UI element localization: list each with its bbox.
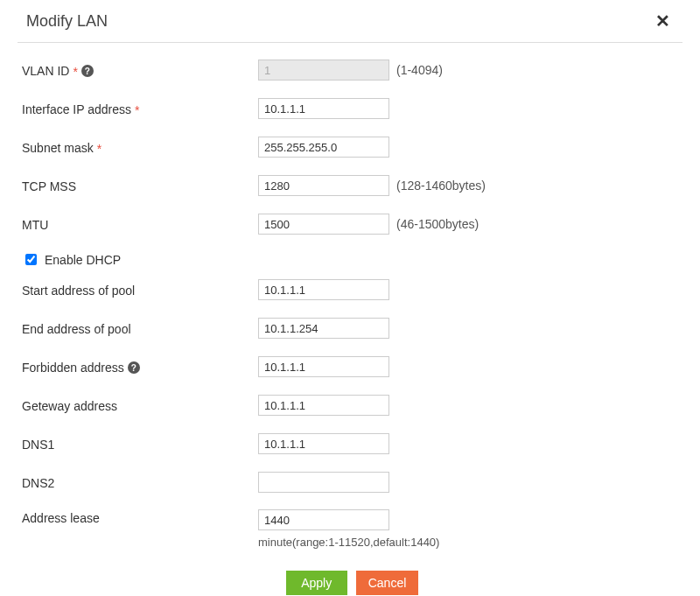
dialog-footer: Apply Cancel bbox=[22, 571, 682, 595]
start-pool-input[interactable] bbox=[258, 279, 389, 300]
label-subnet-mask: Subnet mask * bbox=[22, 139, 258, 155]
forbidden-input[interactable] bbox=[258, 356, 389, 377]
tcp-mss-input[interactable] bbox=[258, 175, 389, 196]
label-text: Interface IP address bbox=[22, 102, 131, 116]
row-gateway: Geteway address bbox=[22, 394, 682, 417]
dialog-header: Modify LAN ✕ bbox=[18, 0, 682, 43]
label-interface-ip: Interface IP address * bbox=[22, 101, 258, 116]
label-start-pool: Start address of pool bbox=[22, 282, 258, 298]
label-enable-dhcp: Enable DHCP bbox=[45, 253, 121, 267]
label-dns2: DNS2 bbox=[22, 474, 258, 490]
row-subnet-mask: Subnet mask * bbox=[22, 136, 682, 158]
label-gateway: Geteway address bbox=[22, 397, 258, 413]
interface-ip-input[interactable] bbox=[258, 98, 389, 119]
label-end-pool: End address of pool bbox=[22, 320, 258, 336]
label-text: VLAN ID bbox=[22, 64, 69, 78]
row-vlan-id: VLAN ID * ? (1-4094) bbox=[22, 59, 682, 81]
row-forbidden: Forbidden address ? bbox=[22, 355, 682, 378]
required-marker: * bbox=[73, 65, 77, 79]
hint-mtu: (46-1500bytes) bbox=[389, 217, 479, 231]
label-lease: Address lease bbox=[22, 509, 258, 525]
required-marker: * bbox=[135, 103, 139, 117]
label-forbidden: Forbidden address ? bbox=[22, 359, 258, 375]
cancel-button[interactable]: Cancel bbox=[356, 571, 419, 595]
label-mtu: MTU bbox=[22, 216, 258, 232]
apply-button[interactable]: Apply bbox=[286, 571, 347, 595]
label-tcp-mss: TCP MSS bbox=[22, 178, 258, 193]
required-marker: * bbox=[97, 142, 102, 156]
dialog-title: Modify LAN bbox=[26, 12, 108, 31]
dns1-input[interactable] bbox=[258, 433, 389, 454]
row-lease: Address lease minute(range:1-11520,defau… bbox=[22, 509, 682, 549]
lease-input[interactable] bbox=[258, 509, 389, 530]
close-icon[interactable]: ✕ bbox=[652, 11, 674, 32]
label-vlan-id: VLAN ID * ? bbox=[22, 62, 258, 78]
label-text: TCP MSS bbox=[22, 179, 76, 193]
row-end-pool: End address of pool bbox=[22, 317, 682, 340]
vlan-id-input bbox=[258, 60, 389, 81]
gateway-input[interactable] bbox=[258, 395, 389, 416]
dns2-input[interactable] bbox=[258, 472, 389, 493]
enable-dhcp-checkbox[interactable] bbox=[25, 254, 37, 265]
row-tcp-mss: TCP MSS (128-1460bytes) bbox=[22, 174, 682, 197]
row-enable-dhcp: Enable DHCP bbox=[22, 251, 682, 268]
row-dns2: DNS2 bbox=[22, 471, 682, 494]
row-start-pool: Start address of pool bbox=[22, 278, 682, 301]
modify-lan-dialog: Modify LAN ✕ VLAN ID * ? (1-4094) Interf… bbox=[0, 0, 700, 596]
label-text: Forbidden address bbox=[22, 361, 124, 375]
row-mtu: MTU (46-1500bytes) bbox=[22, 213, 682, 235]
end-pool-input[interactable] bbox=[258, 318, 389, 339]
label-dns1: DNS1 bbox=[22, 436, 258, 452]
label-text: MTU bbox=[22, 218, 48, 232]
subnet-mask-input[interactable] bbox=[258, 137, 389, 158]
mtu-input[interactable] bbox=[258, 214, 389, 235]
help-icon[interactable]: ? bbox=[81, 65, 94, 77]
row-interface-ip: Interface IP address * bbox=[22, 97, 682, 120]
lan-form: VLAN ID * ? (1-4094) Interface IP addres… bbox=[18, 43, 682, 595]
hint-lease: minute(range:1-11520,default:1440) bbox=[258, 536, 439, 549]
help-icon[interactable]: ? bbox=[128, 361, 140, 374]
hint-vlan-id: (1-4094) bbox=[389, 63, 443, 77]
label-text: Subnet mask bbox=[22, 141, 94, 155]
row-dns1: DNS1 bbox=[22, 432, 682, 455]
hint-tcp-mss: (128-1460bytes) bbox=[389, 179, 486, 193]
